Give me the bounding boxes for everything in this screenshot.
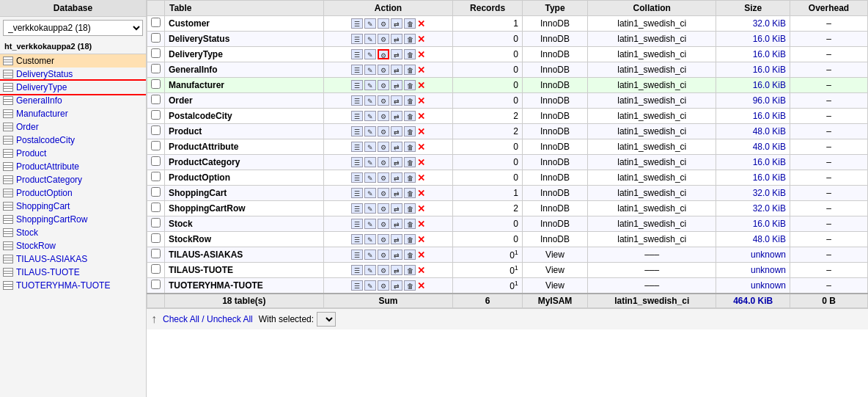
insert-icon[interactable]: ⇄ [391,203,402,214]
empty-icon[interactable]: 🗑 [404,34,416,44]
insert-icon[interactable]: ⇄ [391,172,402,183]
structure-icon[interactable]: ✎ [364,18,376,29]
browse-icon[interactable]: ☰ [351,203,363,214]
structure-icon[interactable]: ✎ [364,172,376,183]
sidebar-item-generalinfo[interactable]: GeneralInfo [0,94,146,107]
empty-icon[interactable]: 🗑 [404,18,416,29]
row-checkbox[interactable] [151,172,161,181]
browse-icon[interactable]: ☰ [351,34,363,44]
structure-icon[interactable]: ✎ [364,234,376,244]
insert-icon[interactable]: ⇄ [391,49,402,59]
row-checkbox[interactable] [151,264,161,274]
col-records-header[interactable]: Records [453,1,523,16]
search-icon[interactable]: ⚙ [378,172,389,183]
drop-icon[interactable]: ✕ [417,18,425,29]
browse-icon[interactable]: ☰ [351,18,363,29]
row-checkbox[interactable] [151,64,161,73]
insert-icon[interactable]: ⇄ [391,126,402,136]
empty-icon[interactable]: 🗑 [404,142,416,152]
empty-icon[interactable]: 🗑 [404,234,416,244]
browse-icon[interactable]: ☰ [351,219,363,229]
search-icon[interactable]: ⚙ [378,111,389,121]
insert-icon[interactable]: ⇄ [391,34,402,44]
structure-icon[interactable]: ✎ [364,250,376,260]
drop-icon[interactable]: ✕ [417,188,425,199]
structure-icon[interactable]: ✎ [364,265,376,275]
insert-icon[interactable]: ⇄ [391,280,402,291]
search-icon[interactable]: ⚙ [378,34,389,44]
search-icon[interactable]: ⚙ [378,157,389,167]
drop-icon[interactable]: ✕ [417,280,425,291]
structure-icon[interactable]: ✎ [364,142,376,152]
with-selected-dropdown[interactable] [317,312,336,327]
search-icon[interactable]: ⚙ [378,80,389,90]
search-icon[interactable]: ⚙ [378,250,389,260]
drop-icon[interactable]: ✕ [417,65,425,76]
row-checkbox[interactable] [151,141,161,150]
structure-icon[interactable]: ✎ [364,203,376,214]
structure-icon[interactable]: ✎ [364,95,376,106]
structure-icon[interactable]: ✎ [364,280,376,291]
browse-icon[interactable]: ☰ [351,95,363,106]
drop-icon[interactable]: ✕ [417,172,425,183]
browse-icon[interactable]: ☰ [351,280,363,291]
row-checkbox[interactable] [151,218,161,227]
insert-icon[interactable]: ⇄ [391,142,402,152]
insert-icon[interactable]: ⇄ [391,157,402,167]
browse-icon[interactable]: ☰ [351,265,363,275]
row-checkbox[interactable] [151,48,161,58]
browse-icon[interactable]: ☰ [351,80,363,90]
browse-icon[interactable]: ☰ [351,157,363,167]
structure-icon[interactable]: ✎ [364,49,376,59]
browse-icon[interactable]: ☰ [351,111,363,121]
drop-icon[interactable]: ✕ [417,126,425,137]
sidebar-item-shoppingcart[interactable]: ShoppingCart [0,200,146,213]
scroll-up-icon[interactable]: ↑ [151,313,157,326]
empty-icon[interactable]: 🗑 [404,80,416,90]
browse-icon[interactable]: ☰ [351,172,363,183]
drop-icon[interactable]: ✕ [417,234,425,245]
check-all-link[interactable]: Check All / Uncheck All [163,314,253,324]
search-icon[interactable]: ⚙ [378,18,389,29]
row-checkbox[interactable] [151,187,161,197]
sidebar-item-customer[interactable]: Customer [0,54,146,68]
sidebar-item-product[interactable]: Product [0,147,146,160]
row-checkbox[interactable] [151,203,161,212]
structure-icon[interactable]: ✎ [364,80,376,90]
empty-icon[interactable]: 🗑 [404,250,416,260]
row-checkbox[interactable] [151,95,161,104]
empty-icon[interactable]: 🗑 [404,203,416,214]
drop-icon[interactable]: ✕ [417,111,425,122]
search-icon[interactable]: ⚙ [378,234,389,244]
empty-icon[interactable]: 🗑 [404,280,416,291]
database-selector[interactable]: _verkkokauppa2 (18) [3,20,143,36]
sidebar-item-postalcodecity[interactable]: PostalcodeCity [0,134,146,147]
insert-icon[interactable]: ⇄ [391,219,402,229]
sidebar-item-productoption[interactable]: ProductOption [0,186,146,200]
sidebar-item-deliverytype[interactable]: DeliveryType [0,81,146,94]
insert-icon[interactable]: ⇄ [391,188,402,198]
sidebar-item-stockrow[interactable]: StockRow [0,239,146,252]
insert-icon[interactable]: ⇄ [391,265,402,275]
empty-icon[interactable]: 🗑 [404,111,416,121]
structure-icon[interactable]: ✎ [364,157,376,167]
sidebar-item-productcategory[interactable]: ProductCategory [0,173,146,186]
insert-icon[interactable]: ⇄ [391,65,402,75]
structure-icon[interactable]: ✎ [364,34,376,44]
sidebar-item-deliverystatus[interactable]: DeliveryStatus [0,68,146,81]
empty-icon[interactable]: 🗑 [404,95,416,106]
search-icon[interactable]: ⚙ [378,65,389,75]
empty-icon[interactable]: 🗑 [404,65,416,75]
browse-icon[interactable]: ☰ [351,49,363,59]
empty-icon[interactable]: 🗑 [404,172,416,183]
sidebar-item-tilaus-asiakas[interactable]: TILAUS-ASIAKAS [0,252,146,266]
sidebar-item-shoppingcartrow[interactable]: ShoppingCartRow [0,213,146,226]
insert-icon[interactable]: ⇄ [391,234,402,244]
drop-icon[interactable]: ✕ [417,49,425,60]
empty-icon[interactable]: 🗑 [404,126,416,136]
browse-icon[interactable]: ☰ [351,234,363,244]
sidebar-item-productattribute[interactable]: ProductAttribute [0,160,146,173]
insert-icon[interactable]: ⇄ [391,111,402,121]
drop-icon[interactable]: ✕ [417,157,425,168]
insert-icon[interactable]: ⇄ [391,95,402,106]
